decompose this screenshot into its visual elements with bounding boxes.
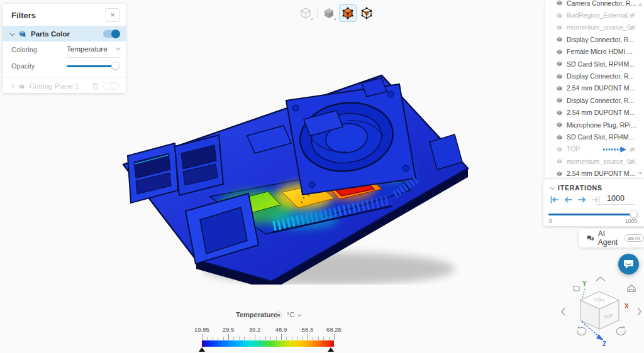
parts-color-icon (18, 30, 26, 38)
cube-icon (556, 170, 563, 177)
part-label: 2.54 mm DUPONT M... (567, 109, 635, 116)
parts-tree-row[interactable]: SD Card Slot, RPI4M... (545, 58, 644, 70)
z-axis-label: Z (602, 340, 606, 347)
eye-hidden-icon[interactable] (629, 12, 636, 18)
unit-value: °C (287, 311, 294, 318)
parts-tree-row[interactable]: momentum_source_0... (545, 155, 644, 167)
legend-title: Temperature (236, 311, 277, 318)
parts-tree-row[interactable]: fluidRegion_External... (545, 9, 644, 21)
cube-icon (556, 85, 563, 92)
parts-tree-row[interactable]: TOP (545, 143, 644, 155)
parts-tree-row[interactable]: Female Micro HDMI ... (545, 46, 644, 58)
parts-color-toggle[interactable] (103, 30, 119, 38)
chat-messages-icon (587, 234, 594, 242)
parts-tree-row[interactable]: 2.54 mm DUPONT M... (545, 107, 644, 119)
opacity-label: Opacity (11, 62, 67, 70)
cube-icon (18, 83, 25, 90)
parts-tree-row[interactable]: 2.54 mm DUPONT M... (545, 82, 644, 94)
coloring-select[interactable]: Temperature (67, 41, 119, 58)
ai-agent-label: AI Agent (598, 229, 621, 247)
eye-hidden-icon[interactable] (629, 146, 636, 153)
part-label: SD Card Slot, RPi4M... (567, 133, 634, 141)
part-label: Display Connector, R... (567, 97, 634, 104)
unit-select[interactable]: °C (287, 311, 301, 318)
cube-icon (556, 24, 563, 31)
iterations-title: ITERATIONS (558, 184, 602, 192)
wireframe-cube-view-icon[interactable] (297, 4, 314, 22)
trash-icon[interactable] (92, 82, 99, 90)
cube-icon (556, 48, 563, 55)
cube-icon (556, 121, 563, 128)
roll-ccw-icon[interactable] (577, 326, 586, 335)
solid-cube-view-icon[interactable] (320, 4, 338, 22)
rotate-right-icon[interactable] (638, 308, 641, 315)
legend-max-clamp[interactable] (328, 347, 334, 352)
cube-icon (556, 134, 563, 141)
rotate-left-icon[interactable] (562, 308, 565, 315)
part-label: fluidRegion_External... (567, 11, 633, 19)
orientation-gizmo[interactable]: Y LEFT TOP X Z (560, 275, 643, 352)
parts-color-section[interactable]: Parts Color (3, 26, 126, 41)
parts-tree-row[interactable]: Microphone Plug, RPi... (545, 119, 644, 131)
parts-tree-panel: Camera Connector, R... fluidRegion_Exter… (545, 0, 644, 178)
parts-tree-row[interactable]: Display Connector, R... (545, 70, 644, 82)
part-label: Camera Connector, R... (567, 0, 636, 7)
parts-tree-row[interactable]: 2.54 mm DUPONT M... (545, 168, 644, 178)
cutting-plane-row[interactable]: Cutting Plane 1 (3, 77, 126, 94)
x-axis-label: X (625, 303, 629, 310)
legend-ruler (202, 334, 334, 340)
parts-tree-row[interactable]: momentum_source_0... (545, 21, 644, 33)
part-label: 2.54 mm DUPONT M... (567, 84, 635, 92)
chat-bubble-icon (623, 259, 634, 269)
ai-agent-button[interactable]: AI Agent BETA (579, 229, 644, 247)
eye-hidden-icon[interactable] (629, 24, 636, 31)
iteration-max: 1000 (625, 218, 637, 224)
cube-icon (556, 158, 563, 165)
step-forward-icon[interactable] (577, 195, 587, 204)
skip-to-start-icon[interactable] (550, 195, 559, 204)
view-cube-body[interactable]: LEFT TOP (580, 291, 619, 329)
part-label: Display Connector, R... (567, 72, 634, 80)
iteration-value-input[interactable]: 1000 (596, 194, 635, 205)
legend-tick-labels: 19.8529.539.248.958.668.26 (202, 326, 334, 333)
iterations-panel: ITERATIONS 1000 0 1000 (543, 179, 644, 226)
step-back-icon[interactable] (564, 195, 573, 204)
iteration-slider[interactable] (548, 210, 638, 219)
chevron-down-icon[interactable] (550, 185, 555, 190)
opacity-slider[interactable] (67, 62, 119, 70)
part-label: momentum_source_0... (567, 23, 636, 31)
close-icon[interactable]: × (106, 8, 119, 22)
scroll-down-icon[interactable] (638, 172, 642, 175)
cutting-plane-toggle[interactable] (103, 82, 119, 90)
flow-arrow-icon (602, 146, 626, 153)
parts-color-cube-icon[interactable] (339, 4, 357, 22)
parts-tree-row[interactable]: SD Card Slot, RPi4M... (545, 131, 644, 143)
home-icon[interactable] (628, 285, 635, 292)
chevron-down-icon (297, 312, 302, 317)
parts-tree-row[interactable]: Camera Connector, R... (545, 0, 644, 9)
part-label: Display Connector, R... (567, 36, 634, 43)
transparent-cube-view-icon[interactable] (358, 4, 375, 22)
eye-hidden-icon[interactable] (629, 158, 636, 165)
opacity-slider-knob[interactable] (111, 62, 119, 70)
cutting-plane-label: Cutting Plane 1 (30, 82, 87, 90)
rotate-up-icon[interactable] (596, 277, 605, 281)
parts-color-label: Parts Color (31, 30, 99, 38)
scroll-up-icon[interactable] (638, 3, 642, 6)
parts-tree-row[interactable]: Display Connector, R... (545, 33, 644, 45)
support-chat-button[interactable] (618, 254, 639, 274)
cube-icon (556, 0, 563, 6)
part-label: TOP (567, 145, 580, 153)
legend-settings-icon[interactable] (275, 312, 282, 318)
roll-cw-icon[interactable] (616, 326, 625, 335)
cube-icon (556, 146, 563, 153)
legend-gradient-bar[interactable] (202, 340, 334, 347)
cooling-fan (286, 84, 416, 195)
iteration-min: 0 (549, 218, 552, 224)
parts-tree-row[interactable]: Display Connector, R... (545, 94, 644, 106)
legend-min-clamp[interactable] (199, 347, 205, 352)
iteration-slider-knob[interactable] (630, 210, 638, 218)
model-viewport-raspberry-pi[interactable] (115, 62, 483, 285)
cube-icon (556, 36, 563, 43)
filters-title: Filters (11, 11, 36, 20)
